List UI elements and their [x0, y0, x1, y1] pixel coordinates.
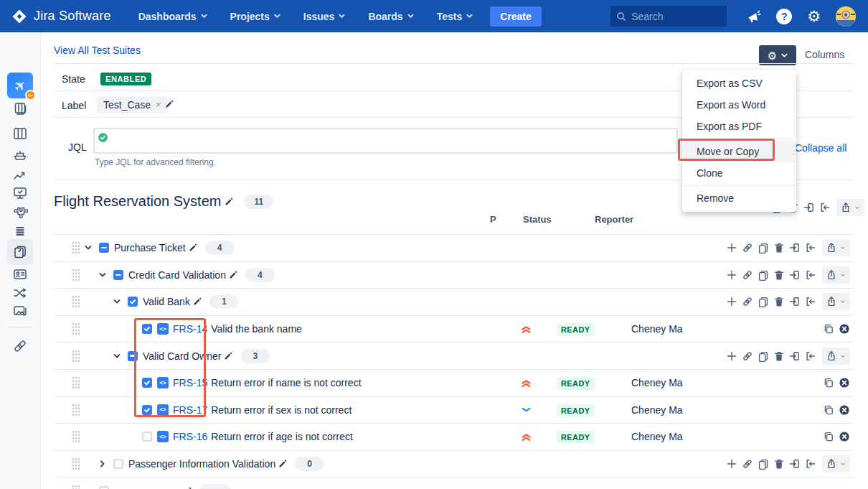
menu-item-move-or-copy[interactable]: Move or Copy	[682, 141, 796, 162]
nav-menu-dashboards[interactable]: Dashboards	[138, 11, 207, 22]
edit-pencil-icon[interactable]	[192, 297, 202, 307]
chip-remove-icon[interactable]: ×	[156, 100, 161, 110]
chevron-right-icon[interactable]	[98, 460, 113, 468]
remove-icon[interactable]	[839, 431, 850, 442]
copy-icon[interactable]	[823, 431, 834, 442]
move-to-icon[interactable]	[789, 269, 801, 281]
import-icon[interactable]	[805, 458, 816, 470]
import-icon[interactable]	[805, 269, 816, 281]
link-icon[interactable]	[742, 269, 753, 281]
drag-handle[interactable]	[72, 430, 80, 443]
monitor-check-icon[interactable]	[12, 185, 28, 201]
edit-pencil-icon[interactable]	[223, 351, 233, 361]
menu-item-clone[interactable]: Clone	[682, 162, 796, 184]
chevron-down-icon[interactable]	[113, 297, 128, 306]
row-checkbox[interactable]	[128, 351, 138, 361]
copy-icon[interactable]	[823, 377, 834, 388]
row-checkbox[interactable]	[142, 378, 152, 388]
trash-icon[interactable]	[773, 269, 785, 281]
move-to-icon[interactable]	[789, 350, 801, 362]
move-to-icon[interactable]	[789, 458, 801, 470]
drag-handle[interactable]	[72, 404, 80, 416]
user-avatar[interactable]	[836, 6, 856, 27]
issue-key-link[interactable]: FRS-14	[173, 323, 207, 335]
menu-item-export-csv[interactable]: Export as CSV	[682, 73, 796, 94]
trash-icon[interactable]	[773, 296, 785, 307]
import-icon[interactable]	[819, 202, 831, 213]
columns-icon[interactable]	[12, 126, 28, 141]
trash-icon[interactable]	[773, 458, 785, 470]
drag-handle[interactable]	[72, 457, 80, 470]
clone-icon[interactable]	[758, 242, 769, 253]
columns-button[interactable]: Columns	[805, 49, 844, 60]
shuffle-icon[interactable]	[12, 285, 28, 301]
issue-key-link[interactable]: FRS-15	[173, 377, 207, 388]
line-chart-icon[interactable]	[12, 167, 28, 182]
row-checkbox[interactable]	[142, 324, 152, 334]
edit-label-pencil-icon[interactable]	[164, 99, 174, 112]
trash-icon[interactable]	[773, 242, 785, 253]
row-checkbox[interactable]	[128, 297, 138, 307]
add-icon[interactable]	[726, 350, 737, 362]
chevron-down-icon[interactable]	[98, 271, 113, 279]
export-button[interactable]	[836, 199, 864, 216]
nav-menu-projects[interactable]: Projects	[230, 11, 280, 22]
ship-icon[interactable]	[12, 147, 28, 163]
export-button[interactable]	[822, 239, 850, 256]
edit-pencil-icon[interactable]	[182, 486, 192, 489]
move-to-icon[interactable]	[789, 242, 801, 253]
remove-icon[interactable]	[839, 323, 850, 335]
export-button[interactable]	[822, 348, 850, 365]
edit-pencil-icon[interactable]	[278, 459, 288, 469]
chevron-down-icon[interactable]	[84, 243, 99, 252]
copy-icon[interactable]	[823, 323, 834, 335]
row-checkbox[interactable]	[99, 486, 109, 489]
add-icon[interactable]	[726, 296, 737, 307]
puzzle-icon[interactable]	[12, 205, 28, 220]
trash-icon[interactable]	[773, 350, 785, 362]
clone-icon[interactable]	[758, 296, 769, 307]
move-to-icon[interactable]	[803, 202, 815, 213]
menu-item-export-word[interactable]: Export as Word	[682, 94, 796, 116]
flip-card-icon[interactable]	[7, 239, 33, 265]
remove-icon[interactable]	[839, 404, 850, 416]
jql-input[interactable]	[93, 128, 678, 154]
copy-icon[interactable]	[823, 404, 834, 416]
row-checkbox[interactable]	[113, 270, 123, 280]
layered-columns-icon[interactable]	[12, 101, 28, 117]
link-icon[interactable]	[742, 242, 753, 253]
drag-handle[interactable]	[72, 241, 80, 254]
link-icon[interactable]	[742, 296, 753, 307]
clone-icon[interactable]	[758, 350, 769, 362]
search-input[interactable]	[631, 11, 710, 22]
link-icon[interactable]	[742, 458, 753, 470]
photos-icon[interactable]	[12, 303, 28, 319]
add-icon[interactable]	[726, 242, 737, 253]
issue-key-link[interactable]: FRS-17	[173, 404, 207, 416]
remove-icon[interactable]	[839, 377, 850, 388]
edit-suite-pencil-icon[interactable]	[224, 197, 234, 207]
nav-menu-issues[interactable]: Issues	[303, 11, 346, 22]
help-icon[interactable]	[776, 9, 792, 24]
add-icon[interactable]	[726, 269, 737, 281]
collapse-all-link[interactable]: Collapse all	[795, 142, 846, 154]
menu-item-export-pdf[interactable]: Export as PDF	[682, 116, 796, 137]
add-icon[interactable]	[726, 458, 737, 470]
drag-handle[interactable]	[72, 322, 80, 335]
link-icon[interactable]	[742, 350, 753, 362]
jira-logo[interactable]: Jira Software	[11, 9, 111, 24]
edit-pencil-icon[interactable]	[228, 270, 238, 280]
nav-menu-tests[interactable]: Tests	[437, 11, 473, 22]
import-icon[interactable]	[805, 350, 816, 362]
rocket-project-avatar[interactable]	[7, 73, 33, 98]
export-button[interactable]	[822, 455, 850, 472]
chevron-down-icon[interactable]	[113, 352, 128, 360]
export-button[interactable]	[822, 266, 850, 284]
create-button[interactable]: Create	[490, 6, 542, 27]
view-all-test-suites-link[interactable]: View All Test Suites	[54, 45, 141, 56]
list-lines-icon[interactable]	[12, 223, 28, 239]
search-box[interactable]	[610, 6, 727, 27]
row-checkbox[interactable]	[99, 243, 109, 253]
chevron-down-icon[interactable]	[84, 487, 99, 489]
export-button[interactable]	[822, 293, 850, 310]
